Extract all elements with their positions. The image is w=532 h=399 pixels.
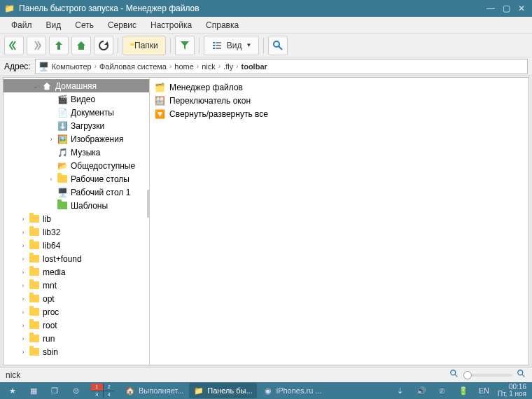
pager[interactable]: 1234: [87, 383, 119, 398]
crumb-home[interactable]: home: [173, 62, 195, 71]
tray-lang[interactable]: EN: [475, 383, 493, 398]
file-list[interactable]: 🗂️ Менеджер файлов🪟 Переключатель окон🔽 …: [150, 78, 528, 365]
tree-item[interactable]: › lib64: [4, 239, 149, 252]
refresh-button[interactable]: [94, 36, 113, 55]
menu-file[interactable]: Файл: [4, 18, 39, 32]
folders-toggle[interactable]: Папки: [122, 36, 166, 55]
chevron-right-icon[interactable]: ›: [19, 269, 27, 276]
start-button[interactable]: ★: [3, 383, 22, 398]
tree-home[interactable]: ⌄ Домашняя: [4, 79, 149, 92]
tree-item[interactable]: › lib32: [4, 225, 149, 239]
chevron-right-icon[interactable]: ›: [19, 255, 27, 262]
crumb-nick[interactable]: nick: [200, 62, 217, 71]
search-button[interactable]: [268, 36, 288, 55]
crumb-computer[interactable]: Компьютер: [50, 62, 93, 71]
folders-label: Папки: [134, 41, 158, 50]
tree-item[interactable]: › Рабочие столы: [4, 172, 149, 186]
home-button[interactable]: [71, 36, 91, 55]
breadcrumb[interactable]: 🖥️ Компьютер› Файловая система› home› ni…: [35, 59, 528, 74]
chevron-right-icon[interactable]: ›: [19, 295, 27, 302]
menu-settings[interactable]: Настройка: [144, 18, 199, 32]
file-item[interactable]: 🗂️ Менеджер файлов: [151, 80, 527, 94]
close-button[interactable]: ✕: [515, 2, 528, 15]
chevron-right-icon[interactable]: ›: [19, 335, 27, 342]
view-mode-button[interactable]: Вид ▼: [204, 36, 260, 55]
show-desktop[interactable]: ▦: [24, 383, 43, 398]
crumb-fs[interactable]: Файловая система: [98, 62, 168, 71]
tray-usb[interactable]: ⇣: [391, 383, 410, 398]
chevron-right-icon[interactable]: ›: [19, 349, 27, 356]
tree-item[interactable]: › 🖼️ Изображения: [4, 132, 149, 146]
view-label: Вид: [227, 41, 242, 50]
minimize-button[interactable]: —: [484, 2, 497, 15]
zoom-in-icon[interactable]: [517, 369, 526, 381]
chevron-right-icon[interactable]: ›: [19, 322, 27, 329]
clock[interactable]: 00:16 Пт, 1 ноя: [495, 384, 529, 398]
tree-label: Загрузки: [71, 121, 104, 131]
menu-service[interactable]: Сервис: [101, 18, 144, 32]
taskview[interactable]: ❐: [45, 383, 64, 398]
tree-item[interactable]: 🎬 Видео: [4, 92, 149, 106]
tree-item[interactable]: › root: [4, 318, 149, 332]
folder-tree[interactable]: ⌄ Домашняя 🎬 Видео 📄 Документы ⬇️ Загруз…: [4, 78, 150, 365]
tree-item[interactable]: › proc: [4, 305, 149, 318]
chevron-right-icon[interactable]: ›: [47, 176, 55, 183]
zoom-slider[interactable]: [463, 374, 512, 377]
tree-item[interactable]: › lost+found: [4, 252, 149, 265]
forward-button[interactable]: [27, 36, 46, 55]
chevron-right-icon[interactable]: ›: [47, 136, 55, 143]
tree-item[interactable]: › mnt: [4, 279, 149, 292]
crumb-fly[interactable]: .fly: [222, 62, 234, 71]
tree-item[interactable]: › run: [4, 332, 149, 345]
tree-item[interactable]: 🖥️ Рабочий стол 1: [4, 186, 149, 199]
slider-thumb[interactable]: [463, 371, 472, 379]
chevron-right-icon[interactable]: ›: [19, 309, 27, 316]
video-icon: 🎬: [57, 94, 68, 105]
back-button[interactable]: [4, 36, 24, 55]
tree-item[interactable]: › sbin: [4, 345, 149, 358]
volume-icon: 🔊: [416, 385, 427, 396]
menu-help[interactable]: Справка: [199, 18, 246, 32]
tree-item[interactable]: 📄 Документы: [4, 106, 149, 119]
menu-view[interactable]: Вид: [39, 18, 69, 32]
tree-label: mnt: [43, 281, 57, 290]
tray-network[interactable]: ⎚: [433, 383, 452, 398]
switch-icon: 🪟: [154, 95, 165, 106]
usb-icon: ⇣: [395, 385, 406, 396]
desktop-icon: 🖥️: [57, 187, 68, 198]
tree-item[interactable]: › lib: [4, 212, 149, 225]
filter-button[interactable]: [175, 36, 195, 55]
maximize-button[interactable]: ▢: [500, 2, 512, 15]
tree-item[interactable]: 🎵 Музыка: [4, 146, 149, 159]
file-item[interactable]: 🪟 Переключатель окон: [151, 94, 527, 107]
splitter-handle[interactable]: [147, 190, 150, 218]
chevron-down-icon[interactable]: ⌄: [31, 83, 40, 90]
chevron-right-icon[interactable]: ›: [19, 229, 27, 236]
tree-label: proc: [43, 307, 59, 317]
folder-icon: [29, 227, 40, 238]
tree-item[interactable]: 📂 Общедоступные: [4, 159, 149, 172]
task-filemanager[interactable]: 📁 Панель бы...: [189, 383, 256, 398]
svg-line-9: [455, 374, 458, 377]
up-button[interactable]: [49, 36, 69, 55]
chevron-right-icon[interactable]: ›: [19, 282, 27, 289]
tree-item[interactable]: ⬇️ Загрузки: [4, 119, 149, 132]
tray-battery[interactable]: 🔋: [454, 383, 473, 398]
tree-item[interactable]: › media: [4, 265, 149, 279]
clock-date: Пт, 1 ноя: [498, 391, 526, 398]
tray-volume[interactable]: 🔊: [412, 383, 431, 398]
tree-item[interactable]: › opt: [4, 292, 149, 305]
tree-item[interactable]: Шаблоны: [4, 199, 149, 212]
crumb-toolbar[interactable]: toolbar: [240, 62, 269, 71]
task-browser[interactable]: ◉ iPhones.ru ...: [258, 383, 326, 398]
tree-label: Рабочие столы: [71, 174, 130, 184]
chevron-right-icon[interactable]: ›: [19, 242, 27, 249]
task-running[interactable]: 🏠 Выполняет...: [120, 383, 188, 398]
battery-icon: 🔋: [458, 385, 469, 396]
svg-rect-1: [213, 45, 215, 46]
zoom-out-icon[interactable]: [449, 369, 459, 381]
chevron-right-icon[interactable]: ›: [19, 216, 27, 223]
file-item[interactable]: 🔽 Свернуть/развернуть все: [151, 107, 527, 120]
tray-disk[interactable]: ⊝: [66, 383, 85, 398]
menu-network[interactable]: Сеть: [68, 18, 101, 32]
